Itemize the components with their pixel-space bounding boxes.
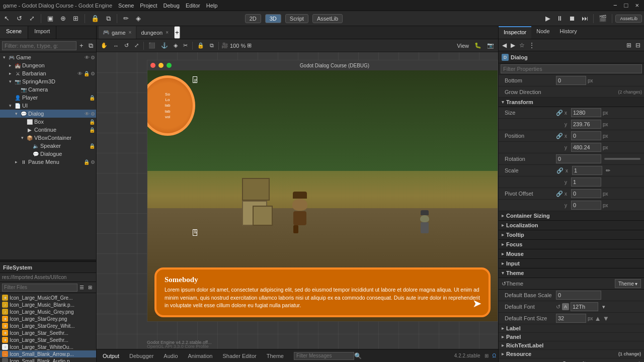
- viewport-tool-cut[interactable]: ✂: [181, 42, 190, 49]
- snap-button[interactable]: ⊞: [71, 14, 80, 23]
- pos-y-input[interactable]: [571, 143, 601, 152]
- default-font-size-input[interactable]: [556, 314, 586, 323]
- fs-item-2[interactable]: ♪ Icon_Large_Music_Grey.png: [0, 308, 96, 315]
- add-tab-button[interactable]: +: [174, 26, 180, 39]
- output-tab-output[interactable]: Output: [99, 352, 123, 360]
- scale-lock-icon[interactable]: 🔗: [556, 167, 564, 174]
- output-tab-animation[interactable]: Animation: [184, 352, 217, 360]
- resource-subsection-header[interactable]: ▸ Resource (1 change): [499, 350, 644, 358]
- output-tab-audio[interactable]: Audio: [159, 352, 182, 360]
- tooltip-header[interactable]: ▸ Tooltip: [499, 230, 644, 240]
- movie-mode-button[interactable]: 🎬: [597, 14, 609, 23]
- label-subsection-header[interactable]: ▸ Label: [499, 324, 644, 333]
- inspector-settings[interactable]: ⋮: [527, 41, 536, 49]
- settings-icon[interactable]: ⚙: [91, 159, 95, 165]
- tree-item-ui[interactable]: ▾ 📄 UI: [0, 102, 96, 110]
- focus-header[interactable]: ▸ Focus: [499, 240, 644, 249]
- filter-properties-input[interactable]: [501, 64, 642, 73]
- window-maximize-button[interactable]: □: [622, 1, 630, 10]
- font-dropdown-button[interactable]: ▾: [600, 304, 608, 310]
- viewport-tool-lock[interactable]: 🔒: [195, 42, 206, 49]
- viewport-tool-scale[interactable]: ⤢: [132, 42, 141, 49]
- font-reset-button[interactable]: ↺: [556, 304, 560, 310]
- lock-icon[interactable]: 🔒: [89, 119, 95, 125]
- fs-item-0[interactable]: ★ Icon_Large_MusicOff_Gre...: [0, 294, 96, 301]
- compat-button[interactable]: AssetLib: [615, 15, 642, 23]
- eye-icon[interactable]: 👁: [77, 71, 83, 76]
- tree-item-player[interactable]: 👤 Player 🔒: [0, 94, 96, 102]
- size-y-input[interactable]: [571, 120, 601, 129]
- scale-edit-icon[interactable]: ✏: [604, 167, 612, 174]
- lock-button[interactable]: 🔒: [89, 14, 101, 23]
- output-tab-theme[interactable]: Theme: [263, 352, 288, 360]
- localization-header[interactable]: ▸ Localization: [499, 221, 644, 230]
- rotation-slider[interactable]: [604, 158, 640, 160]
- viewport-tab-dungeon[interactable]: dungeon ×: [137, 26, 173, 39]
- select-mode-button[interactable]: ▣: [45, 14, 55, 23]
- viewport-tool-anchor[interactable]: ⚓: [159, 42, 170, 49]
- fs-item-6[interactable]: ★ Icon_Large_Star_Seethr...: [0, 336, 96, 343]
- inspector-collapse-all[interactable]: ⊞: [625, 41, 633, 49]
- search-output-button[interactable]: 🔍: [354, 352, 362, 359]
- lock-icon[interactable]: 🔒: [84, 71, 90, 76]
- lock-icon[interactable]: 🔒: [84, 159, 90, 165]
- menu-editor[interactable]: Editor: [186, 3, 200, 9]
- step-button[interactable]: ⏭: [580, 14, 590, 23]
- tree-item-game[interactable]: ▾ 🎮 Game 👁 ⚙: [0, 53, 96, 61]
- container-sizing-header[interactable]: ▸ Container Sizing: [499, 211, 644, 221]
- viewport-tab-game[interactable]: 🎮 game ×: [99, 26, 136, 39]
- fs-item-1[interactable]: ♪ Icon_Large_Music_Blank.p...: [0, 301, 96, 308]
- tab-inspector[interactable]: Inspector: [499, 26, 531, 39]
- scale-y-input[interactable]: [571, 177, 601, 187]
- tree-item-vbox[interactable]: ▾ 📦 VBoxContainer: [0, 134, 96, 142]
- viewport-tool-select[interactable]: ✋: [99, 42, 110, 49]
- rotation-input[interactable]: [556, 154, 601, 163]
- fs-item-3[interactable]: ★ Icon_Large_StarGrey.png: [0, 315, 96, 322]
- size-x-input[interactable]: [571, 108, 601, 117]
- mode-script-button[interactable]: Script: [285, 14, 308, 23]
- add-node-button[interactable]: +: [77, 41, 86, 50]
- settings-icon[interactable]: ⚙: [91, 111, 95, 117]
- size-link-icon[interactable]: 🔗: [556, 110, 563, 116]
- instance-scene-button[interactable]: ⧉: [87, 41, 95, 51]
- viewport-view-button[interactable]: View: [455, 42, 471, 49]
- eye-icon[interactable]: 👁: [85, 111, 90, 117]
- viewport-tool-polygon[interactable]: ◈: [172, 42, 180, 49]
- lock-icon[interactable]: ⚙: [91, 55, 95, 60]
- pause-button[interactable]: ⏸: [554, 14, 565, 23]
- fs-item-5[interactable]: ★ Icon_Large_Star_Seethr...: [0, 329, 96, 336]
- tab-history[interactable]: History: [555, 26, 582, 39]
- inspector-favorites[interactable]: ☆: [518, 41, 526, 49]
- tree-item-springarm[interactable]: ▾ 📷 SpringArm3D: [0, 77, 96, 85]
- tree-item-pause-menu[interactable]: ▸ ⏸ Pause Menu 🔒 ⚙: [0, 158, 96, 166]
- inspector-history-prev[interactable]: ◀: [501, 41, 508, 49]
- tree-item-dialogue[interactable]: 💬 Dialogue: [0, 150, 96, 158]
- font-size-down-button[interactable]: ▼: [603, 315, 609, 322]
- output-tab-debugger[interactable]: Debugger: [125, 352, 157, 360]
- viewport-canvas[interactable]: Godot Dialog Course (DEBUG): [97, 52, 498, 349]
- rich-text-label-header[interactable]: ▸ RichTextLabel: [499, 341, 644, 350]
- viewport-tool-rotate[interactable]: ↺: [122, 42, 131, 49]
- tree-item-continue[interactable]: ▶ Continue 🔒: [0, 126, 96, 134]
- inspector-expand-all[interactable]: ⊟: [634, 41, 642, 49]
- viewport-tool-group[interactable]: ⧉: [208, 42, 216, 49]
- scale-x-input[interactable]: [572, 166, 602, 175]
- font-size-up-button[interactable]: ▲: [595, 315, 601, 322]
- filter-files-input[interactable]: [2, 284, 77, 292]
- inspector-history-next[interactable]: ▶: [509, 41, 517, 49]
- mouse-header[interactable]: ▸ Mouse: [499, 249, 644, 259]
- viewport-camera-button[interactable]: 📷: [485, 42, 496, 49]
- mode-3d-button[interactable]: 3D: [265, 14, 281, 23]
- fs-item-7[interactable]: ★ Icon_Large_Star_WhiteOu...: [0, 343, 96, 350]
- tree-item-barbarian[interactable]: ▸ ⚔ Barbarian 👁 🔒 ⚙: [0, 69, 96, 77]
- play-button[interactable]: ▶: [543, 14, 552, 23]
- rotate-tool-button[interactable]: ↺: [15, 14, 24, 23]
- tab-node[interactable]: Node: [531, 26, 554, 39]
- scene-filter-input[interactable]: [2, 41, 76, 50]
- theme-section-header[interactable]: ▾ Theme: [499, 268, 644, 278]
- eye-icon[interactable]: 👁: [85, 55, 90, 60]
- filter-messages-input[interactable]: [294, 352, 354, 360]
- paint-button[interactable]: ✏: [121, 14, 131, 23]
- tree-item-dungeon[interactable]: ▸ 🏰 Dungeon: [0, 61, 96, 69]
- pivot-button[interactable]: ⊕: [58, 14, 68, 23]
